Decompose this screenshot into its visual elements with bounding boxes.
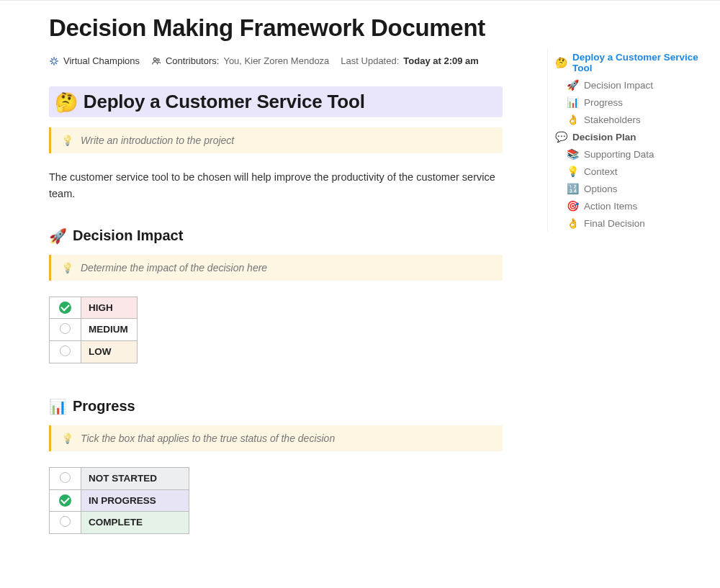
radio-checked-icon[interactable] bbox=[59, 302, 71, 314]
section-deploy-banner: 🤔 Deploy a Customer Service Tool bbox=[49, 86, 503, 117]
option-radio-cell[interactable] bbox=[50, 467, 81, 489]
outline-item[interactable]: 💬Decision Plan bbox=[551, 128, 711, 145]
outline-item-label: Decision Plan bbox=[572, 132, 636, 143]
deploy-body[interactable]: The customer service tool to be chosen w… bbox=[49, 169, 503, 202]
impact-hint[interactable]: 💡 Determine the impact of the decision h… bbox=[49, 255, 503, 281]
outline-item-icon: 💡 bbox=[567, 166, 578, 177]
workspace-name: Virtual Champions bbox=[63, 55, 140, 66]
option-label-cell: IN PROGRESS bbox=[81, 489, 189, 511]
outline-item[interactable]: 📚Supporting Data bbox=[551, 145, 711, 163]
outline-item-icon: 🔢 bbox=[567, 183, 578, 194]
outline-item-label: Action Items bbox=[584, 201, 637, 212]
radio-empty-icon[interactable] bbox=[60, 516, 71, 527]
section-progress-title: Progress bbox=[73, 398, 135, 415]
outline-item-label: Final Decision bbox=[584, 218, 645, 229]
bar-chart-icon: 📊 bbox=[49, 398, 67, 415]
bulb-icon: 💡 bbox=[61, 433, 73, 444]
option-radio-cell[interactable] bbox=[50, 489, 81, 511]
outline-item-icon: 👌 bbox=[567, 114, 578, 125]
updated-value: Today at 2:09 am bbox=[403, 55, 479, 66]
section-deploy-heading[interactable]: 🤔 Deploy a Customer Service Tool bbox=[55, 91, 497, 113]
radio-empty-icon[interactable] bbox=[60, 345, 71, 356]
outline-item-icon: 🚀 bbox=[567, 79, 578, 91]
workspace-chip[interactable]: Virtual Champions bbox=[49, 55, 140, 66]
option-label-cell: NOT STARTED bbox=[81, 467, 189, 489]
outline-item-label: Context bbox=[584, 166, 618, 177]
radio-empty-icon[interactable] bbox=[60, 472, 71, 483]
outline-item[interactable]: 📊Progress bbox=[551, 94, 711, 111]
progress-hint-text: Tick the box that applies to the true st… bbox=[81, 433, 335, 444]
section-progress-heading[interactable]: 📊 Progress bbox=[49, 398, 503, 415]
contributors-label: Contributors: bbox=[166, 55, 219, 66]
section-deploy-title: Deploy a Customer Service Tool bbox=[84, 91, 365, 113]
svg-point-1 bbox=[157, 58, 159, 60]
progress-hint[interactable]: 💡 Tick the box that applies to the true … bbox=[49, 425, 503, 451]
outline-item-icon: 💬 bbox=[555, 131, 567, 143]
outline-item[interactable]: 👌Final Decision bbox=[551, 214, 711, 232]
bulb-icon: 💡 bbox=[61, 135, 73, 146]
outline-item-icon: 🎯 bbox=[567, 200, 578, 212]
outline-item[interactable]: 💡Context bbox=[551, 163, 711, 180]
page-title: Decision Making Framework Document bbox=[49, 13, 503, 42]
option-radio-cell[interactable] bbox=[50, 318, 81, 340]
outline-item-label: Stakeholders bbox=[584, 114, 641, 125]
radio-checked-icon[interactable] bbox=[59, 494, 71, 507]
table-row: COMPLETE bbox=[50, 511, 189, 533]
people-icon bbox=[151, 56, 161, 66]
option-radio-cell[interactable] bbox=[50, 340, 81, 363]
outline-item-label: Progress bbox=[584, 97, 623, 108]
updated-label: Last Updated: bbox=[341, 55, 399, 66]
outline-item-label: Deploy a Customer Service Tool bbox=[572, 52, 707, 73]
updated-chip: Last Updated: Today at 2:09 am bbox=[341, 55, 478, 66]
outline-item-label: Supporting Data bbox=[584, 149, 654, 160]
rocket-icon: 🚀 bbox=[49, 227, 67, 245]
bulb-icon: 💡 bbox=[61, 262, 73, 273]
table-row: HIGH bbox=[50, 297, 138, 318]
contributors-chip[interactable]: Contributors: You, Kier Zoren Mendoza bbox=[151, 55, 329, 66]
workspace-icon bbox=[49, 56, 59, 66]
outline-item-icon: 📚 bbox=[567, 148, 578, 160]
radio-empty-icon[interactable] bbox=[60, 323, 71, 334]
outline-item-label: Decision Impact bbox=[584, 80, 653, 91]
outline-item-icon: 📊 bbox=[567, 96, 578, 108]
impact-hint-text: Determine the impact of the decision her… bbox=[81, 262, 267, 273]
outline-item[interactable]: 👌Stakeholders bbox=[551, 111, 711, 128]
option-label-cell: LOW bbox=[81, 340, 138, 363]
table-row: LOW bbox=[50, 340, 138, 363]
outline-item[interactable]: 🎯Action Items bbox=[551, 197, 711, 214]
table-row: MEDIUM bbox=[50, 318, 138, 340]
window-top-border bbox=[0, 0, 720, 1]
option-label-cell: HIGH bbox=[81, 297, 138, 318]
section-impact-title: Decision Impact bbox=[73, 227, 183, 244]
doc-meta-row: Virtual Champions Contributors: You, Kie… bbox=[49, 55, 503, 66]
doc-outline: 🤔Deploy a Customer Service Tool🚀Decision… bbox=[547, 49, 711, 232]
option-radio-cell[interactable] bbox=[50, 297, 81, 318]
outline-item[interactable]: 🤔Deploy a Customer Service Tool bbox=[551, 49, 711, 76]
option-label-cell: COMPLETE bbox=[81, 511, 189, 533]
deploy-hint[interactable]: 💡 Write an introduction to the project bbox=[49, 127, 503, 153]
table-row: IN PROGRESS bbox=[50, 489, 189, 511]
outline-item-icon: 👌 bbox=[567, 217, 578, 229]
outline-item-icon: 🤔 bbox=[555, 57, 567, 68]
outline-item[interactable]: 🚀Decision Impact bbox=[551, 76, 711, 94]
thinking-face-icon: 🤔 bbox=[55, 93, 78, 112]
document-main: Decision Making Framework Document Virtu… bbox=[49, 13, 503, 534]
table-row: NOT STARTED bbox=[50, 467, 189, 489]
impact-options-table: HIGHMEDIUMLOW bbox=[49, 297, 138, 363]
option-radio-cell[interactable] bbox=[50, 511, 81, 533]
outline-item[interactable]: 🔢Options bbox=[551, 180, 711, 197]
svg-point-0 bbox=[153, 58, 156, 60]
deploy-hint-text: Write an introduction to the project bbox=[81, 135, 234, 146]
contributors-value: You, Kier Zoren Mendoza bbox=[223, 55, 329, 66]
option-label-cell: MEDIUM bbox=[81, 318, 138, 340]
section-impact-heading[interactable]: 🚀 Decision Impact bbox=[49, 227, 503, 245]
outline-item-label: Options bbox=[584, 184, 618, 194]
progress-options-table: NOT STARTEDIN PROGRESSCOMPLETE bbox=[49, 467, 189, 534]
